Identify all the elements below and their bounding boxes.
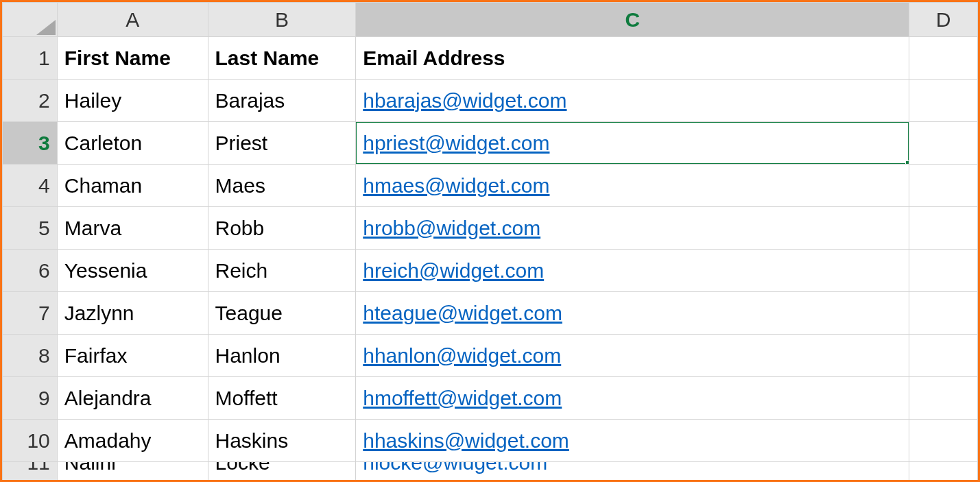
- cell-d7[interactable]: [909, 292, 978, 335]
- cell-d9[interactable]: [909, 377, 978, 420]
- row-7: 7 Jazlynn Teague hteague@widget.com: [3, 292, 978, 335]
- cell-d3[interactable]: [909, 122, 978, 165]
- column-header-b[interactable]: B: [208, 3, 356, 37]
- cell-a7[interactable]: Jazlynn: [57, 292, 208, 335]
- cell-b6[interactable]: Reich: [208, 250, 356, 292]
- cell-b8[interactable]: Hanlon: [208, 335, 356, 377]
- column-header-a[interactable]: A: [57, 3, 208, 37]
- cell-b11[interactable]: Locke: [208, 462, 356, 483]
- cell-a2[interactable]: Hailey: [57, 80, 208, 122]
- cell-a3[interactable]: Carleton: [57, 122, 208, 165]
- row-10: 10 Amadahy Haskins hhaskins@widget.com: [3, 420, 978, 462]
- row-11: 11 Nalini Locke hlocke@widget.com: [3, 462, 978, 483]
- cell-b2[interactable]: Barajas: [208, 80, 356, 122]
- cell-c6[interactable]: hreich@widget.com: [356, 250, 909, 292]
- cell-a6[interactable]: Yessenia: [57, 250, 208, 292]
- spreadsheet-grid[interactable]: A B C D 1 First Name Last Name Email Add…: [2, 2, 978, 482]
- select-all-corner[interactable]: [3, 3, 58, 37]
- cell-d10[interactable]: [909, 420, 978, 462]
- row-header-5[interactable]: 5: [3, 207, 58, 250]
- row-3: 3 Carleton Priest hpriest@widget.com: [3, 122, 978, 165]
- select-all-triangle-icon: [36, 20, 56, 35]
- cell-c8[interactable]: hhanlon@widget.com: [356, 335, 909, 377]
- row-header-1[interactable]: 1: [3, 37, 58, 80]
- column-header-c[interactable]: C: [356, 3, 909, 37]
- cell-b4[interactable]: Maes: [208, 165, 356, 207]
- cell-d4[interactable]: [909, 165, 978, 207]
- cell-c11[interactable]: hlocke@widget.com: [356, 462, 909, 483]
- row-header-3[interactable]: 3: [3, 122, 58, 165]
- row-header-6[interactable]: 6: [3, 250, 58, 292]
- cell-d6[interactable]: [909, 250, 978, 292]
- cell-d1[interactable]: [909, 37, 978, 80]
- row-5: 5 Marva Robb hrobb@widget.com: [3, 207, 978, 250]
- cell-d5[interactable]: [909, 207, 978, 250]
- cell-a10[interactable]: Amadahy: [57, 420, 208, 462]
- cell-c5[interactable]: hrobb@widget.com: [356, 207, 909, 250]
- cell-c7[interactable]: hteague@widget.com: [356, 292, 909, 335]
- row-header-4[interactable]: 4: [3, 165, 58, 207]
- cell-a1[interactable]: First Name: [57, 37, 208, 80]
- cell-c4[interactable]: hmaes@widget.com: [356, 165, 909, 207]
- row-2: 2 Hailey Barajas hbarajas@widget.com: [3, 80, 978, 122]
- cell-b9[interactable]: Moffett: [208, 377, 356, 420]
- cell-b1[interactable]: Last Name: [208, 37, 356, 80]
- cell-c10[interactable]: hhaskins@widget.com: [356, 420, 909, 462]
- cell-d2[interactable]: [909, 80, 978, 122]
- row-header-2[interactable]: 2: [3, 80, 58, 122]
- row-6: 6 Yessenia Reich hreich@widget.com: [3, 250, 978, 292]
- row-8: 8 Fairfax Hanlon hhanlon@widget.com: [3, 335, 978, 377]
- cell-b10[interactable]: Haskins: [208, 420, 356, 462]
- row-header-7[interactable]: 7: [3, 292, 58, 335]
- cell-c1[interactable]: Email Address: [356, 37, 909, 80]
- row-header-10[interactable]: 10: [3, 420, 58, 462]
- cell-a5[interactable]: Marva: [57, 207, 208, 250]
- row-header-8[interactable]: 8: [3, 335, 58, 377]
- column-header-row: A B C D: [3, 3, 978, 37]
- row-1: 1 First Name Last Name Email Address: [3, 37, 978, 80]
- column-header-d[interactable]: D: [909, 3, 978, 37]
- cell-a11[interactable]: Nalini: [57, 462, 208, 483]
- cell-b7[interactable]: Teague: [208, 292, 356, 335]
- row-4: 4 Chaman Maes hmaes@widget.com: [3, 165, 978, 207]
- cell-a8[interactable]: Fairfax: [57, 335, 208, 377]
- row-9: 9 Alejandra Moffett hmoffett@widget.com: [3, 377, 978, 420]
- cell-a9[interactable]: Alejandra: [57, 377, 208, 420]
- cell-c3[interactable]: hpriest@widget.com: [356, 122, 909, 165]
- row-header-11[interactable]: 11: [3, 462, 58, 483]
- cell-d11[interactable]: [909, 462, 978, 483]
- cell-b5[interactable]: Robb: [208, 207, 356, 250]
- cell-a4[interactable]: Chaman: [57, 165, 208, 207]
- cell-d8[interactable]: [909, 335, 978, 377]
- cell-c9[interactable]: hmoffett@widget.com: [356, 377, 909, 420]
- row-header-9[interactable]: 9: [3, 377, 58, 420]
- cell-c3-value: hpriest@widget.com: [363, 132, 549, 154]
- cell-c2[interactable]: hbarajas@widget.com: [356, 80, 909, 122]
- cell-b3[interactable]: Priest: [208, 122, 356, 165]
